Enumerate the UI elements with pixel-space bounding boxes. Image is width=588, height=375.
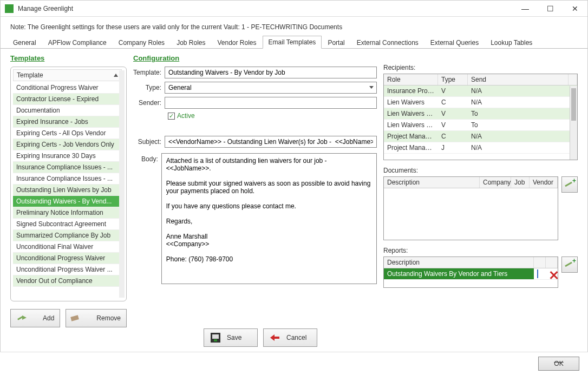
sort-asc-icon	[114, 74, 118, 77]
maximize-button[interactable]: ☐	[538, 1, 563, 17]
add-document-button[interactable]	[561, 176, 578, 193]
pencil-plus-icon	[562, 257, 577, 272]
recipient-role: Lien Waivers - Tier	[384, 120, 438, 130]
tab-company-roles[interactable]: Company Roles	[113, 36, 171, 49]
recipient-row[interactable]: Project ManagerJN/A	[384, 142, 577, 154]
template-item[interactable]: Summarized Compliance By Job	[13, 230, 122, 241]
recipient-send: N/A	[468, 142, 569, 153]
cancel-button[interactable]: Cancel	[263, 328, 317, 347]
recipient-type: J	[438, 142, 468, 153]
recipient-type: C	[438, 97, 468, 108]
tab-apflow-compliance[interactable]: APFlow Compliance	[42, 36, 113, 49]
template-item[interactable]: Expired Insurance - Jobs	[13, 116, 122, 128]
recipient-type: V	[438, 120, 468, 130]
add-template-button[interactable]: Add	[10, 309, 60, 327]
documents-col-vendor[interactable]: Vendor	[530, 177, 558, 188]
template-item[interactable]: Conditional Progress Waiver	[13, 82, 122, 94]
template-item[interactable]: Expiring Certs - Job Vendors Only	[13, 139, 122, 150]
minimize-button[interactable]: —	[513, 1, 538, 17]
tab-external-connections[interactable]: External Connections	[351, 36, 424, 49]
cancel-arrow-icon	[270, 334, 280, 341]
type-select[interactable]	[165, 82, 377, 94]
recipient-row[interactable]: Project ManagerCN/A	[384, 131, 577, 142]
templates-scrollbar[interactable]	[119, 70, 125, 298]
recipient-type: V	[438, 108, 468, 119]
app-icon	[5, 4, 14, 13]
sender-input[interactable]	[165, 97, 377, 109]
tab-external-queries[interactable]: External Queries	[424, 36, 485, 49]
documents-col-description[interactable]: Description	[384, 177, 480, 188]
subject-label: Subject:	[133, 138, 165, 146]
template-item[interactable]: Insurance Compliance Issues - ...	[13, 173, 122, 185]
template-item[interactable]: Insurance Compliance Issues - ...	[13, 162, 122, 173]
configuration-section-title: Configuration	[133, 54, 377, 62]
recipient-row[interactable]: Lien Waivers - Pri...VTo	[384, 108, 577, 120]
templates-listbox: Template Conditional Progress WaiverCont…	[10, 67, 127, 301]
add-report-button[interactable]	[561, 256, 578, 273]
tab-general[interactable]: General	[7, 36, 42, 49]
recipient-type: C	[438, 131, 468, 142]
documents-col-company[interactable]: Company	[480, 177, 511, 188]
recipients-col-send[interactable]: Send	[468, 74, 569, 85]
recipient-row[interactable]: Lien WaiversCN/A	[384, 97, 577, 108]
recipients-scrollbar[interactable]	[570, 86, 577, 160]
template-item[interactable]: Outstanding Lien Waivers by Job	[13, 185, 122, 196]
remove-button-label: Remove	[96, 314, 121, 322]
template-item[interactable]: Signed Subcontract Agreement	[13, 219, 122, 230]
body-label: Body:	[133, 153, 161, 163]
documents-label: Documents:	[383, 167, 578, 174]
templates-list-header-label: Template	[17, 71, 43, 79]
template-item[interactable]: Unconditional Progress Waiver	[13, 253, 122, 264]
recipient-role: Project Manager	[384, 131, 438, 142]
tab-vendor-roles[interactable]: Vendor Roles	[212, 36, 263, 49]
recipients-col-type[interactable]: Type	[438, 74, 468, 85]
save-button[interactable]: Save	[204, 328, 258, 347]
template-item[interactable]: Vendor Out of Compliance	[13, 275, 122, 287]
template-item[interactable]: Outstanding Waivers - By Vend...	[13, 196, 122, 207]
recipient-role: Insurance Proces...	[384, 85, 438, 96]
tab-portal[interactable]: Portal	[322, 36, 350, 49]
tab-job-roles[interactable]: Job Roles	[171, 36, 211, 49]
template-item[interactable]: Unconditional Progress Waiver ...	[13, 264, 122, 275]
report-row-description: Outstanding Waivers By Vendor and Tiers	[384, 268, 534, 279]
documents-col-job[interactable]: Job	[511, 177, 530, 188]
body-textarea[interactable]	[161, 153, 377, 284]
template-input[interactable]	[165, 67, 377, 78]
window-title: Manage Greenlight	[18, 5, 73, 12]
disk-icon	[211, 333, 220, 343]
ok-button[interactable]: OK	[538, 357, 579, 371]
recipient-send: N/A	[468, 85, 569, 96]
reports-col-description[interactable]: Description	[384, 257, 534, 268]
cancel-button-label: Cancel	[286, 334, 306, 341]
recipient-role: Lien Waivers - Pri...	[384, 108, 438, 119]
recipient-role: Lien Waivers	[384, 97, 438, 108]
recipients-col-role[interactable]: Role	[384, 74, 438, 85]
recipient-row[interactable]: Lien Waivers - TierVTo	[384, 120, 577, 131]
titlebar: Manage Greenlight — ☐ ✕	[1, 1, 587, 17]
templates-list-header[interactable]: Template	[13, 69, 122, 81]
template-item[interactable]: Expiring Insurance 30 Days	[13, 150, 122, 162]
template-item[interactable]: Expiring Certs - All Ops Vendor	[13, 128, 122, 139]
report-doc-icon[interactable]	[537, 269, 538, 278]
ok-button-label: OK	[554, 360, 563, 367]
template-item[interactable]: Preliminary Notice Information	[13, 207, 122, 219]
type-label: Type:	[133, 84, 165, 91]
recipient-send: N/A	[468, 97, 569, 108]
subject-input[interactable]	[165, 136, 377, 148]
close-button[interactable]: ✕	[563, 1, 587, 17]
tab-email-templates[interactable]: Email Templates	[263, 36, 322, 49]
recipients-grid: Role Type Send Insurance Proces...VN/ALi…	[383, 74, 578, 160]
template-item[interactable]: Unconditional Final Waiver	[13, 241, 122, 253]
template-item[interactable]: Documentation	[13, 105, 122, 116]
recipient-row[interactable]: Insurance Proces...VN/A	[384, 85, 577, 97]
recipient-role: Project Manager	[384, 142, 438, 153]
recipient-send: To	[468, 108, 569, 119]
report-row[interactable]: Outstanding Waivers By Vendor and Tiers	[384, 268, 558, 280]
save-button-label: Save	[227, 334, 241, 341]
template-item[interactable]: Contractor License - Expired	[13, 94, 122, 105]
remove-template-button[interactable]: Remove	[66, 309, 127, 327]
add-button-label: Add	[43, 314, 54, 322]
tab-lookup-tables[interactable]: Lookup Tables	[485, 36, 538, 49]
active-checkbox[interactable]	[168, 113, 175, 120]
recipient-type: V	[438, 85, 468, 96]
